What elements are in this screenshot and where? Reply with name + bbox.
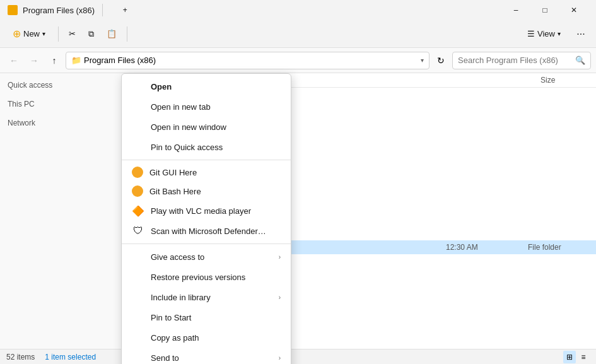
refresh-icon: ↻ bbox=[437, 56, 445, 66]
item-count: 52 items bbox=[6, 353, 35, 361]
ctx-open-new-window[interactable]: Open in new window bbox=[122, 117, 291, 137]
ctx-include-library-arrow: › bbox=[279, 294, 281, 301]
grid-view-button[interactable]: ⊞ bbox=[563, 351, 576, 363]
cut-button[interactable]: ✂ bbox=[64, 26, 81, 41]
ctx-open-label: Open bbox=[151, 82, 172, 91]
view-button[interactable]: ☰ View ▾ bbox=[520, 25, 568, 42]
ctx-open-new-tab-label: Open in new tab bbox=[151, 102, 211, 112]
ctx-vlc-label: Play with VLC media player bbox=[151, 206, 251, 216]
ctx-give-access[interactable]: Give access to › bbox=[122, 247, 291, 267]
title-sep bbox=[102, 4, 103, 16]
ctx-open-icon bbox=[132, 80, 144, 93]
status-bar: 52 items 1 item selected ⊞ ≡ bbox=[0, 349, 596, 364]
ctx-git-gui-label: Git GUI Here bbox=[149, 168, 197, 177]
ctx-git-gui[interactable]: Git GUI Here bbox=[122, 163, 291, 182]
title-bar-left: Program Files (x86) + bbox=[8, 0, 139, 20]
new-label: New bbox=[23, 29, 40, 38]
new-chevron-icon: ▾ bbox=[42, 30, 45, 37]
ctx-open-new-window-icon bbox=[132, 120, 144, 133]
path-chevron-icon: ▾ bbox=[421, 57, 424, 64]
path-folder-icon: 📁 bbox=[71, 56, 81, 65]
more-button[interactable]: ··· bbox=[571, 24, 591, 44]
ctx-vlc-icon: 🔶 bbox=[132, 204, 144, 217]
new-tab-button[interactable]: + bbox=[110, 0, 139, 20]
ctx-git-bash[interactable]: Git Bash Here bbox=[122, 182, 291, 201]
ctx-defender[interactable]: 🛡 Scan with Microsoft Defender… bbox=[122, 221, 291, 241]
list-view-button[interactable]: ≡ bbox=[577, 351, 590, 363]
ctx-include-library-icon bbox=[132, 291, 144, 303]
view-icons: ⊞ ≡ bbox=[563, 351, 590, 363]
title-bar: Program Files (x86) + – □ ✕ bbox=[0, 0, 596, 20]
ctx-include-library-label: Include in library bbox=[151, 293, 211, 302]
ctx-pin-quick[interactable]: Pin to Quick access bbox=[122, 137, 291, 157]
ctx-send-to-arrow: › bbox=[279, 355, 281, 361]
ctx-pin-start-label: Pin to Start bbox=[151, 313, 191, 322]
column-size-label: Size bbox=[540, 76, 555, 85]
address-path[interactable]: 📁 Program Files (x86) ▾ bbox=[66, 52, 429, 69]
forward-button[interactable]: → bbox=[25, 52, 43, 69]
close-button[interactable]: ✕ bbox=[559, 0, 588, 20]
ctx-give-access-label: Give access to bbox=[151, 252, 204, 262]
ctx-git-gui-icon bbox=[132, 167, 143, 178]
search-box[interactable]: 🔍 bbox=[452, 52, 591, 69]
toolbar-separator-2 bbox=[127, 26, 127, 42]
ctx-give-access-arrow: › bbox=[279, 254, 281, 261]
main-area: Quick access This PC Network Name ∧ Size… bbox=[0, 73, 596, 349]
ctx-send-to-icon bbox=[132, 351, 144, 364]
ctx-send-to-label: Send to bbox=[151, 353, 179, 363]
address-bar: ← → ↑ 📁 Program Files (x86) ▾ ↻ 🔍 bbox=[0, 48, 596, 73]
ctx-copy-path[interactable]: Copy as path bbox=[122, 327, 291, 348]
ctx-defender-label: Scan with Microsoft Defender… bbox=[151, 226, 266, 236]
grid-icon: ⊞ bbox=[566, 353, 573, 361]
new-button[interactable]: ⊕ New ▾ bbox=[5, 24, 53, 44]
ctx-restore-versions-label: Restore previous versions bbox=[151, 273, 245, 282]
view-label: View bbox=[537, 29, 555, 38]
minimize-button[interactable]: – bbox=[501, 0, 530, 20]
refresh-button[interactable]: ↻ bbox=[432, 52, 450, 69]
back-button[interactable]: ← bbox=[5, 52, 23, 69]
ctx-vlc[interactable]: 🔶 Play with VLC media player bbox=[122, 201, 291, 221]
ctx-git-bash-icon bbox=[132, 185, 143, 197]
ctx-pin-quick-icon bbox=[132, 141, 144, 153]
ctx-restore-versions[interactable]: Restore previous versions bbox=[122, 267, 291, 287]
sidebar-this-pc: This PC bbox=[0, 95, 126, 114]
path-text: Program Files (x86) bbox=[84, 56, 156, 65]
maximize-button[interactable]: □ bbox=[530, 0, 559, 20]
ctx-pin-start-icon bbox=[132, 311, 144, 324]
status-left: 52 items 1 item selected bbox=[6, 353, 96, 361]
copy-button[interactable]: ⧉ bbox=[83, 26, 99, 42]
ctx-restore-versions-icon bbox=[132, 271, 144, 283]
ctx-copy-path-label: Copy as path bbox=[151, 333, 199, 343]
view-icon: ☰ bbox=[527, 29, 535, 38]
toolbar-separator-1 bbox=[58, 26, 59, 42]
ctx-sep-1 bbox=[122, 160, 291, 160]
ctx-pin-start[interactable]: Pin to Start bbox=[122, 307, 291, 327]
file-date: 12:30 AM bbox=[446, 243, 528, 252]
more-icon: ··· bbox=[576, 28, 585, 40]
sidebar-quick-access: Quick access bbox=[0, 76, 126, 95]
ctx-include-library[interactable]: Include in library › bbox=[122, 287, 291, 307]
ctx-send-to[interactable]: Send to › bbox=[122, 348, 291, 364]
ctx-open[interactable]: Open bbox=[122, 76, 291, 97]
ctx-pin-quick-label: Pin to Quick access bbox=[151, 143, 223, 152]
window-title: Program Files (x86) bbox=[23, 6, 95, 15]
paste-button[interactable]: 📋 bbox=[102, 26, 122, 41]
ctx-open-new-window-label: Open in new window bbox=[151, 122, 226, 132]
file-type: File folder bbox=[528, 243, 591, 252]
ctx-open-new-tab[interactable]: Open in new tab bbox=[122, 97, 291, 117]
search-input[interactable] bbox=[458, 56, 573, 65]
folder-icon bbox=[8, 5, 18, 15]
sidebar: Quick access This PC Network bbox=[0, 73, 126, 349]
list-icon: ≡ bbox=[581, 353, 585, 361]
selected-count: 1 item selected bbox=[45, 353, 96, 361]
ctx-give-access-icon bbox=[132, 250, 144, 263]
column-size[interactable]: Size bbox=[540, 76, 591, 85]
sidebar-network: Network bbox=[0, 114, 126, 132]
ctx-sep-2 bbox=[122, 244, 291, 244]
copy-icon: ⧉ bbox=[88, 29, 94, 39]
ctx-defender-icon: 🛡 bbox=[132, 225, 144, 237]
view-chevron-icon: ▾ bbox=[558, 30, 561, 37]
title-bar-controls: – □ ✕ bbox=[501, 0, 588, 20]
up-button[interactable]: ↑ bbox=[45, 52, 63, 69]
toolbar: ⊕ New ▾ ✂ ⧉ 📋 ☰ View ▾ ··· bbox=[0, 20, 596, 48]
